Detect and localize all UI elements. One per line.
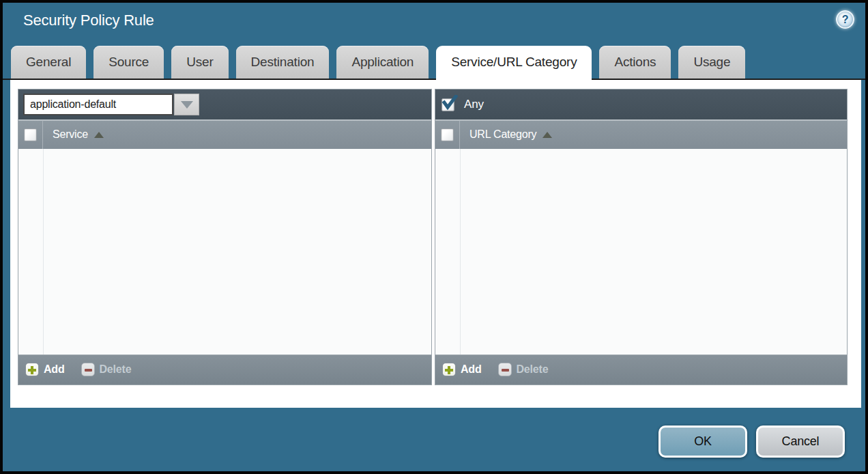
help-glyph: ?	[842, 14, 849, 26]
url-delete-button[interactable]: Delete	[498, 363, 549, 376]
service-delete-button[interactable]: Delete	[81, 363, 132, 376]
dropdown-arrow-button[interactable]	[174, 94, 199, 115]
tab-service-url-category[interactable]: Service/URL Category	[436, 46, 592, 80]
sort-asc-icon[interactable]	[94, 132, 104, 138]
check-icon	[442, 95, 458, 111]
add-button-label: Add	[44, 363, 65, 376]
tab-destination[interactable]: Destination	[236, 46, 330, 79]
dialog-title: Security Policy Rule	[23, 12, 154, 29]
help-icon[interactable]: ?	[836, 10, 854, 29]
url-any-checkbox[interactable]	[442, 98, 454, 111]
tab-source[interactable]: Source	[93, 46, 164, 79]
ok-button[interactable]: OK	[659, 426, 747, 458]
service-toolbar: Add Delete	[18, 354, 431, 385]
tab-application[interactable]: Application	[336, 46, 429, 79]
service-panel: application-default Service A	[18, 89, 432, 385]
plus-icon	[442, 363, 456, 376]
service-list-column-separator	[43, 149, 44, 354]
url-column-header: URL Category	[435, 120, 847, 149]
delete-button-label: Delete	[100, 363, 132, 376]
service-dropdown-bar: application-default	[18, 89, 431, 120]
tab-actions[interactable]: Actions	[599, 46, 671, 79]
add-button-label: Add	[461, 363, 482, 376]
tab-general[interactable]: General	[11, 46, 86, 79]
tabstrip: General Source User Destination Applicat…	[11, 46, 753, 80]
service-column-header: Service	[18, 120, 431, 149]
tab-user[interactable]: User	[171, 46, 228, 79]
chevron-down-icon	[181, 101, 193, 109]
tab-content: application-default Service A	[10, 80, 861, 408]
tab-usage[interactable]: Usage	[678, 46, 745, 79]
service-header-checkbox-cell	[18, 120, 43, 149]
url-toolbar: Add Delete	[435, 354, 847, 385]
url-any-label[interactable]: Any	[464, 98, 484, 111]
minus-icon	[81, 363, 95, 376]
url-category-list	[435, 149, 847, 354]
service-column-label[interactable]: Service	[53, 128, 88, 141]
sort-asc-icon[interactable]	[542, 132, 552, 138]
service-type-value[interactable]: application-default	[23, 94, 173, 115]
service-type-dropdown[interactable]: application-default	[23, 94, 199, 115]
url-any-bar: Any	[435, 89, 847, 120]
url-list-column-separator	[460, 149, 461, 354]
cancel-button[interactable]: Cancel	[756, 426, 845, 458]
url-category-panel: Any URL Category Add Delete	[435, 89, 848, 385]
service-select-all-checkbox[interactable]	[24, 128, 37, 141]
plus-icon	[25, 363, 39, 376]
url-add-button[interactable]: Add	[442, 363, 482, 376]
url-header-checkbox-cell	[435, 120, 460, 149]
security-policy-rule-dialog: Security Policy Rule ? General Source Us…	[0, 0, 868, 474]
url-column-label[interactable]: URL Category	[469, 128, 536, 141]
service-list	[18, 149, 431, 354]
service-add-button[interactable]: Add	[25, 363, 65, 376]
url-select-all-checkbox[interactable]	[441, 128, 454, 141]
minus-icon	[498, 363, 512, 376]
delete-button-label: Delete	[517, 363, 549, 376]
